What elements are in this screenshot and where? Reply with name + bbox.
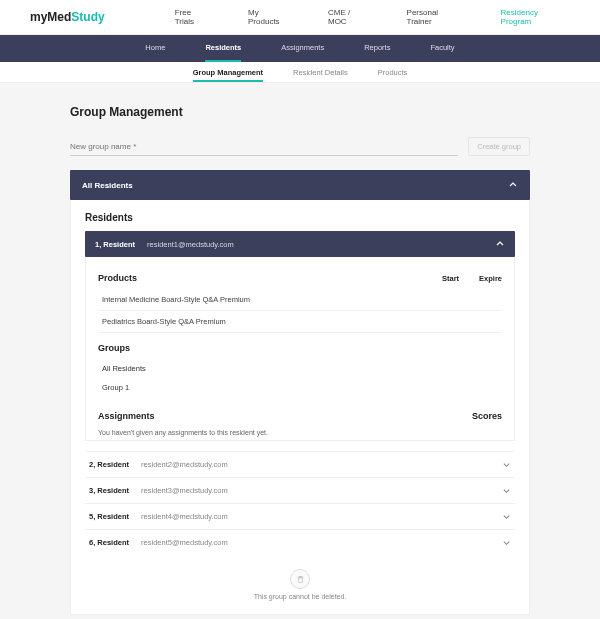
delete-group-block: This group cannot be deleted.: [85, 569, 515, 600]
top-header: myMedStudy Free Trials My Products CME /…: [0, 0, 600, 35]
resident-email: resident4@medstudy.com: [141, 512, 228, 521]
resident-row[interactable]: 6, Resident resident5@medstudy.com: [85, 530, 515, 555]
scores-header: Scores: [472, 411, 502, 421]
resident-name: 3, Resident: [89, 486, 129, 495]
subnav-residents[interactable]: Residents: [205, 43, 241, 56]
resident-name: 6, Resident: [89, 538, 129, 547]
chevron-up-icon: [495, 239, 505, 249]
product-item: Pediatrics Board-Style Q&A Premium: [98, 311, 502, 333]
product-item: Internal Medicine Board-Style Q&A Premiu…: [98, 289, 502, 311]
all-residents-header[interactable]: All Residents: [70, 170, 530, 200]
nav-my-products[interactable]: My Products: [248, 8, 292, 26]
chevron-down-icon: [502, 460, 511, 469]
tab-products[interactable]: Products: [378, 68, 408, 82]
chevron-up-icon: [508, 180, 518, 190]
products-header: Products: [98, 273, 137, 283]
resident-row[interactable]: 3, Resident resident3@medstudy.com: [85, 478, 515, 504]
trash-icon: [290, 569, 310, 589]
logo-my: my: [30, 10, 47, 24]
nav-free-trials[interactable]: Free Trials: [175, 8, 212, 26]
sub-nav: Home Residents Assignments Reports Facul…: [0, 35, 600, 62]
subnav-reports[interactable]: Reports: [364, 43, 390, 56]
resident-email: resident5@medstudy.com: [141, 538, 228, 547]
tab-group-management[interactable]: Group Management: [193, 68, 263, 82]
resident-row-expanded[interactable]: 1, Resident resident1@medstudy.com: [85, 231, 515, 257]
col-start: Start: [442, 274, 459, 283]
resident-row[interactable]: 2, Resident resident2@medstudy.com: [85, 452, 515, 478]
subnav-assignments[interactable]: Assignments: [281, 43, 324, 56]
subnav-home[interactable]: Home: [145, 43, 165, 56]
all-residents-panel: Residents 1, Resident resident1@medstudy…: [70, 200, 530, 615]
create-group-button[interactable]: Create group: [468, 137, 530, 156]
subnav-faculty[interactable]: Faculty: [430, 43, 454, 56]
assignments-header: Assignments: [98, 411, 155, 421]
assignments-empty-text: You haven't given any assignments to thi…: [98, 429, 502, 436]
resident-detail-panel: Products Start Expire Internal Medicine …: [85, 257, 515, 441]
all-residents-label: All Residents: [82, 181, 133, 190]
nav-cme-moc[interactable]: CME / MOC: [328, 8, 371, 26]
group-link[interactable]: All Residents: [98, 359, 502, 378]
main-content: Group Management Create group All Reside…: [70, 83, 530, 619]
nav-personal-trainer[interactable]: Personal Trainer: [407, 8, 465, 26]
new-group-input[interactable]: [70, 138, 458, 156]
new-group-row: Create group: [70, 137, 530, 156]
resident-name: 1, Resident: [95, 240, 135, 249]
chevron-down-icon: [502, 512, 511, 521]
resident-name: 5, Resident: [89, 512, 129, 521]
logo-study: Study: [71, 10, 104, 24]
delete-disabled-text: This group cannot be deleted.: [85, 593, 515, 600]
top-nav: Free Trials My Products CME / MOC Person…: [175, 8, 570, 26]
group-link[interactable]: Group 1: [98, 378, 502, 397]
chevron-down-icon: [502, 538, 511, 547]
tertiary-tabs: Group Management Resident Details Produc…: [0, 62, 600, 83]
logo[interactable]: myMedStudy: [30, 10, 105, 24]
logo-med: Med: [47, 10, 71, 24]
chevron-down-icon: [502, 486, 511, 495]
col-expire: Expire: [479, 274, 502, 283]
resident-email: resident1@medstudy.com: [147, 240, 234, 249]
residents-section-title: Residents: [85, 212, 515, 223]
resident-email: resident2@medstudy.com: [141, 460, 228, 469]
groups-header: Groups: [98, 343, 502, 353]
resident-row[interactable]: 5, Resident resident4@medstudy.com: [85, 504, 515, 530]
page-title: Group Management: [70, 105, 530, 119]
resident-name: 2, Resident: [89, 460, 129, 469]
resident-email: resident3@medstudy.com: [141, 486, 228, 495]
nav-residency-program[interactable]: Residency Program: [501, 8, 570, 26]
tab-resident-details[interactable]: Resident Details: [293, 68, 348, 82]
